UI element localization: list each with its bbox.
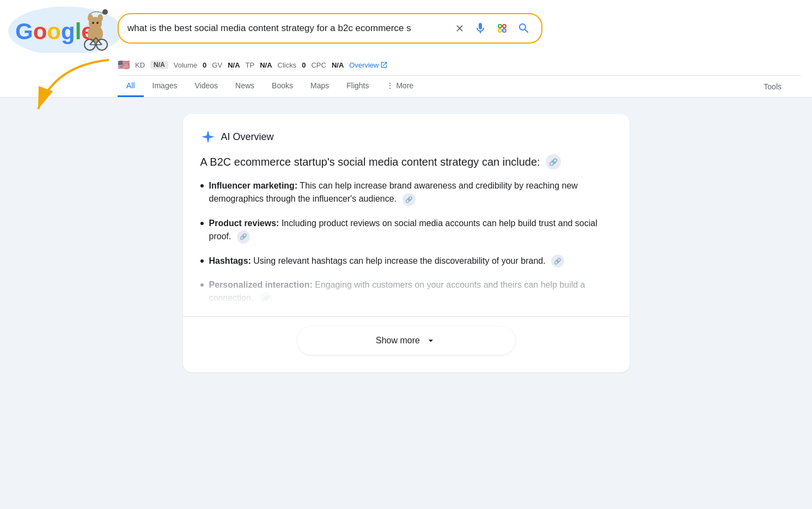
list-item-2: Product reviews: Including product revie…: [200, 217, 612, 244]
svg-point-6: [92, 22, 94, 24]
search-input[interactable]: [127, 23, 448, 34]
tab-maps[interactable]: Maps: [302, 76, 338, 97]
ai-list-container: Influencer marketing: This can help incr…: [200, 179, 612, 305]
image-search-button[interactable]: [493, 20, 511, 37]
volume-label: Volume: [174, 61, 197, 69]
nav-tabs: All Images Videos News Books Maps Flight…: [118, 75, 801, 97]
bullet-3: [200, 259, 204, 263]
volume-value: 0: [203, 61, 206, 69]
list-item-1-bold: Influencer marketing:: [209, 181, 298, 190]
heading-link-icon[interactable]: 🔗: [546, 154, 561, 169]
voice-search-button[interactable]: [472, 20, 489, 37]
main-content: AI Overview A B2C ecommerce startup's so…: [0, 98, 812, 479]
list-item-4-link-icon[interactable]: 🔗: [259, 292, 272, 305]
search-bar-wrapper: [118, 13, 542, 44]
clicks-label: Clicks: [278, 61, 297, 69]
svg-point-7: [96, 22, 99, 24]
list-item-2-bold: Product reviews:: [209, 219, 279, 228]
tab-flights[interactable]: Flights: [338, 76, 377, 97]
tab-tools[interactable]: Tools: [755, 77, 790, 96]
gv-label: GV: [212, 61, 222, 69]
svg-point-14: [498, 25, 502, 28]
cpc-value: N/A: [332, 61, 344, 69]
ai-overview-box: AI Overview A B2C ecommerce startup's so…: [183, 114, 630, 372]
ai-overview-list: Influencer marketing: This can help incr…: [200, 179, 612, 305]
list-item-2-link-icon[interactable]: 🔗: [237, 231, 250, 244]
tab-more[interactable]: ⋮ More: [377, 76, 422, 97]
clear-search-button[interactable]: [452, 21, 467, 36]
ai-overview-header: AI Overview: [200, 129, 612, 144]
list-item-3-bold: Hashtags:: [209, 256, 251, 265]
svg-point-15: [503, 25, 506, 28]
search-bar: [118, 13, 542, 44]
tab-news[interactable]: News: [227, 76, 263, 97]
list-item-3-link-icon[interactable]: 🔗: [551, 254, 564, 268]
header: Google: [0, 0, 812, 98]
svg-point-4: [88, 14, 93, 22]
tp-value: N/A: [260, 61, 272, 69]
kd-label: KD: [135, 61, 145, 69]
show-more-label: Show more: [376, 336, 420, 346]
list-item-4: Personalized interaction: Engaging with …: [200, 278, 612, 305]
chevron-down-icon: [425, 335, 436, 346]
ai-diamond-icon: [200, 129, 216, 144]
search-button[interactable]: [515, 20, 533, 37]
bullet-2: [200, 222, 204, 225]
show-more-button[interactable]: Show more: [297, 326, 515, 355]
kd-badge: N/A: [150, 60, 168, 69]
list-item-1: Influencer marketing: This can help incr…: [200, 179, 612, 206]
show-more-container: Show more: [200, 317, 612, 368]
svg-text:Google: Google: [15, 19, 94, 44]
cpc-label: CPC: [311, 61, 326, 69]
svg-point-13: [102, 9, 108, 15]
list-item-1-link-icon[interactable]: 🔗: [402, 193, 416, 206]
gv-value: N/A: [228, 61, 240, 69]
list-item-3-text: Using relevant hashtags can help increas…: [253, 256, 545, 265]
tab-videos[interactable]: Videos: [186, 76, 227, 97]
ai-overview-title: AI Overview: [221, 131, 274, 143]
svg-point-16: [498, 29, 502, 32]
svg-point-17: [503, 29, 506, 32]
seo-toolbar: 🇺🇸 KD N/A Volume 0 GV N/A TP N/A Clicks …: [118, 56, 801, 75]
clicks-value: 0: [302, 61, 306, 69]
svg-point-5: [97, 14, 103, 22]
tab-books[interactable]: Books: [263, 76, 302, 97]
tab-images[interactable]: Images: [144, 76, 186, 97]
list-item-4-bold: Personalized interaction:: [209, 280, 313, 289]
bullet-4: [200, 283, 204, 287]
flag-icon: 🇺🇸: [118, 59, 130, 71]
google-logo[interactable]: Google: [11, 7, 109, 50]
overview-link[interactable]: Overview: [349, 61, 388, 69]
ai-overview-heading: A B2C ecommerce startup's social media c…: [200, 154, 612, 169]
bullet-1: [200, 184, 204, 187]
tp-label: TP: [246, 61, 255, 69]
tab-all[interactable]: All: [118, 76, 144, 97]
list-item-3: Hashtags: Using relevant hashtags can he…: [200, 254, 612, 268]
